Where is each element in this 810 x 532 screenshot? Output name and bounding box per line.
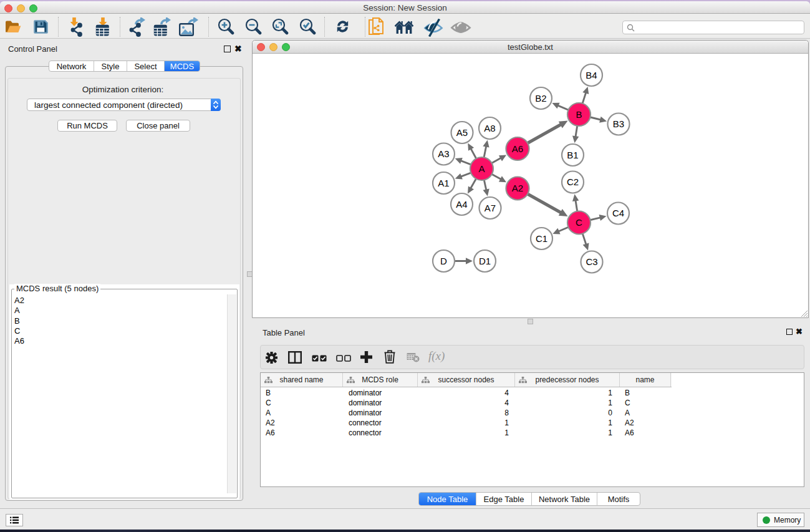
svg-text:A5: A5	[456, 127, 468, 138]
svg-text:C3: C3	[586, 256, 597, 267]
svg-text:A6: A6	[512, 143, 523, 154]
svg-text:B4: B4	[586, 70, 597, 80]
svg-text:B2: B2	[535, 93, 546, 104]
svg-text:C4: C4	[612, 208, 624, 218]
svg-text:B1: B1	[567, 150, 578, 160]
svg-text:C: C	[576, 217, 582, 228]
svg-text:A4: A4	[456, 199, 467, 210]
svg-text:A1: A1	[438, 178, 449, 188]
svg-text:D1: D1	[479, 256, 491, 266]
svg-text:A: A	[478, 163, 485, 174]
svg-text:C1: C1	[536, 233, 547, 244]
svg-text:C2: C2	[567, 177, 579, 187]
svg-text:A7: A7	[485, 203, 496, 213]
svg-text:A8: A8	[484, 123, 495, 133]
svg-text:A3: A3	[438, 148, 449, 159]
svg-text:B3: B3	[613, 118, 624, 129]
svg-text:B: B	[576, 109, 582, 120]
svg-text:A2: A2	[512, 183, 523, 193]
svg-text:D: D	[440, 256, 447, 266]
